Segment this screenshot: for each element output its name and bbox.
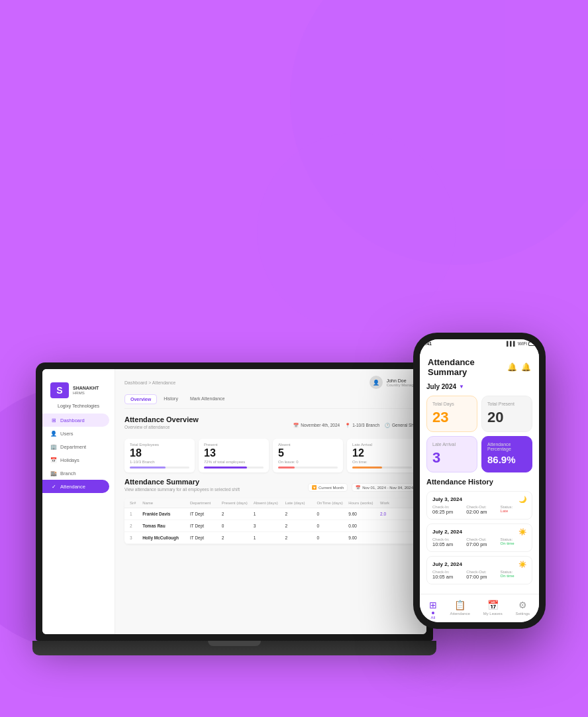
phone-nav-settings[interactable]: ⚙ Settings [515,600,530,620]
stat-label: Late Arrival [352,443,412,447]
phone-nav-leaves[interactable]: 📅 My Leaves [483,600,503,620]
checkin-detail: Check-In: 10:05 am [432,537,453,547]
td-present: 2 [222,512,254,516]
sidebar-item-holidays[interactable]: 📅 Holidays [42,453,115,467]
battery-icon [528,342,536,346]
td-ontime: 0 [317,535,348,540]
history-date: July 3, 2024 [432,496,462,502]
checkin-value: 10:05 am [432,574,453,580]
summary-filters: 🔽 Current Month 📅 Nov 01, 2024 - Nov 04,… [308,483,417,492]
active-dot [432,612,434,614]
history-date: July 2, 2024 [432,529,462,535]
td-name: Tomas Rau [142,524,190,528]
status-detail: Status: Late [501,505,513,515]
history-title: Attendance History [426,478,532,486]
stat-sub: 1-10/3 Branch [130,460,189,464]
td-late: 2 [285,512,317,516]
history-date-row: July 3, 2024 🌙 [432,496,526,503]
dashboard-icon: ⊞ [50,417,57,423]
checkout-detail: Check-Out: 07:00 pm [466,537,487,547]
moon-icon: 🌙 [518,496,526,503]
checkin-value: 06:25 pm [432,509,453,515]
filter-shift[interactable]: 🕐 General Shift [385,423,417,428]
status-badge: On time [501,541,514,545]
main-content: Dashboard > Attendance 👤 John Doe Countr… [115,369,426,634]
sidebar-item-users[interactable]: 👤 Users [42,427,115,440]
th-present: Present (days) [222,501,254,505]
location-icon: 📍 [345,423,350,428]
scene: S SHANAKHT HRMS Logixy Technologies ⊞ Da… [23,72,565,669]
nav-label: Attendance [450,612,470,616]
settings-icon: ⚙ [518,600,527,610]
th-work: Work [380,501,412,505]
phone-status-icons: ▌▌▌ WiFi [507,341,536,346]
laptop-screen: S SHANAKHT HRMS Logixy Technologies ⊞ Da… [42,369,426,634]
phone-stats-grid: Total Days 23 Total Present 20 Late Arri… [426,396,532,472]
attendance-icon: ✓ [50,483,57,490]
checkin-detail: Check-In: 10:05 am [432,570,453,580]
calendar-icon: 📅 [293,423,299,428]
td-late: 2 [285,524,317,528]
stat-value: 18 [130,448,189,459]
wifi-icon: WiFi [518,341,527,346]
stat-sub: 72% of total employees [204,460,264,464]
checkout-detail: Check-Out: 07:00 pm [466,570,487,580]
sidebar: S SHANAKHT HRMS Logixy Technologies ⊞ Da… [42,369,115,634]
filter-date-range[interactable]: 📅 Nov 01, 2024 - Nov 04, 2024 [352,483,417,492]
phone-screen: 9:41 ▌▌▌ WiFi Attendance Summary 🔔 🔔 [420,339,539,622]
phone-nav-attendance[interactable]: 📋 Attendance [450,600,470,620]
history-item-1: July 3, 2024 🌙 Check-In: 06:25 pm Check-… [426,491,532,520]
user-info: 👤 John Doe Country Manager [369,376,417,389]
sidebar-item-department[interactable]: 🏢 Department [42,440,115,453]
sidebar-item-label: Branch [60,470,76,476]
td-sr: 1 [130,512,142,516]
th-dept: Department [190,501,222,505]
table-row: 2 Tomas Rau IT Dept 0 3 2 0 0.00 [124,520,417,532]
sidebar-item-label: Users [60,431,74,437]
laptop-screen-outer: S SHANAKHT HRMS Logixy Technologies ⊞ Da… [36,362,433,641]
department-icon: 🏢 [50,443,57,450]
filter-branch[interactable]: 📍 1-10/3 Branch [345,423,379,428]
branch-icon: 🏬 [50,470,57,476]
td-hours: 9.60 [348,512,380,516]
checkout-value: 07:00 pm [466,541,487,547]
stat-attendance-pct: Attendance Percentage 86.9% [481,436,532,472]
sidebar-item-dashboard[interactable]: ⊞ Dashboard [42,414,109,427]
stat-value: 86.9% [487,454,526,465]
stat-total-employees: Total Employees 18 1-10/3 Branch [124,439,195,472]
status-detail: Status: On time [501,570,514,580]
td-sr: 3 [130,535,142,540]
users-icon: 👤 [50,430,57,437]
stat-bar-fill [130,467,166,469]
bell-icon[interactable]: 🔔 [507,362,517,372]
stat-value: 12 [352,448,412,459]
summary-title: Attendance Summary [124,478,240,486]
phone-nav-all[interactable]: ⊞ All [429,600,437,620]
tab-mark-attendance[interactable]: Mark Attendance [185,394,230,404]
sidebar-item-label: Department [60,444,86,450]
sidebar-item-label: Holidays [60,457,79,463]
sidebar-item-attendance[interactable]: ✓ Attendance [42,480,109,493]
company-name: SHANAKHT [73,386,99,391]
tab-history[interactable]: History [158,394,183,404]
phone-content: Attendance Summary 🔔 🔔 July 2024 ▼ Total… [420,348,539,594]
stat-value: 5 [278,448,338,459]
leaves-icon: 📅 [487,600,499,610]
notification-icon[interactable]: 🔔 [521,362,531,372]
status-detail: Status: On time [501,537,514,547]
stat-value: 20 [487,409,526,426]
td-present: 0 [222,524,254,528]
month-selector[interactable]: July 2024 ▼ [426,381,532,396]
phone-title: Attendance Summary [428,357,507,377]
sidebar-item-branch[interactable]: 🏬 Branch [42,467,115,480]
td-work: 2.0 [380,512,412,516]
checkout-detail: Check-Out: 02:00 am [466,505,487,515]
filter-month[interactable]: 🔽 Current Month [308,483,348,492]
tab-overview[interactable]: Overview [124,394,157,404]
calendar-icon: 📅 [356,485,360,490]
nav-label: Settings [515,612,530,616]
stat-bar-fill [204,467,247,469]
td-absent: 3 [254,524,285,528]
stat-bar [352,467,412,469]
filter-date[interactable]: 📅 November 4th, 2024 [293,423,340,428]
